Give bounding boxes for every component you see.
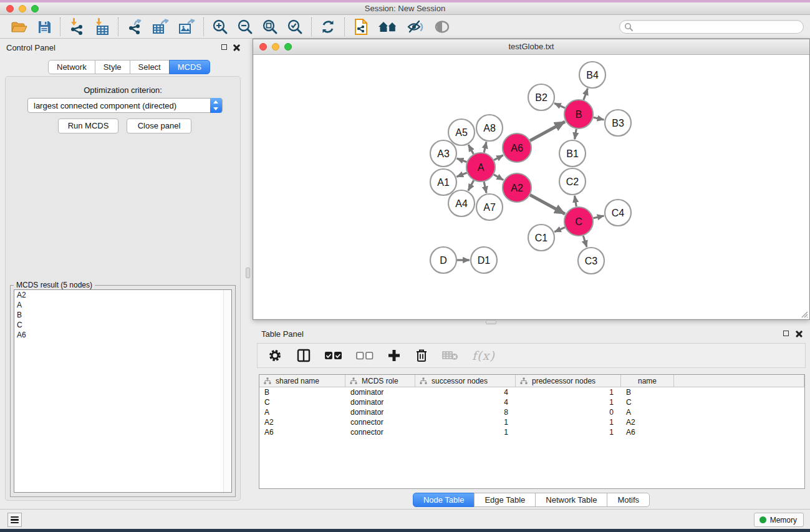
graph-node-A5[interactable]: A5 [448,119,475,145]
graph-node-B2[interactable]: B2 [528,84,554,110]
graph-node-A1[interactable]: A1 [430,169,456,195]
criterion-dropdown[interactable]: largest connected component (directed) [27,98,223,113]
export-table-icon[interactable] [147,17,173,37]
birdseye-icon[interactable] [430,17,455,37]
task-history-icon[interactable] [7,513,22,527]
memory-button[interactable]: Memory [754,513,804,527]
tab-edge-table[interactable]: Edge Table [474,493,536,507]
graph-edge-A-A7[interactable] [484,181,486,193]
graph-edge-A-A1[interactable] [456,173,466,177]
graph-node-D1[interactable]: D1 [471,247,497,273]
table-cell[interactable]: A2 [259,417,345,427]
table-cell[interactable]: 1 [516,427,621,437]
mcds-result-item[interactable]: B [14,310,231,320]
add-column-icon[interactable] [387,349,401,362]
graph-node-A3[interactable]: A3 [430,140,456,167]
table-cell[interactable]: 1 [415,427,516,437]
table-cell[interactable]: C [621,397,674,407]
table-row[interactable]: Adominator80A [259,407,804,417]
float-panel-icon[interactable] [221,44,227,50]
mcds-result-item[interactable]: A6 [14,330,231,340]
table-cell[interactable]: 4 [415,387,516,397]
delete-table-icon[interactable] [442,350,458,361]
home-icon[interactable] [374,17,402,37]
zoom-fit-icon[interactable] [258,17,282,37]
table-cell[interactable]: B [621,387,674,397]
close-panel-button[interactable]: Close panel [127,118,191,133]
graph-node-D[interactable]: D [430,247,456,273]
table-cell[interactable]: 0 [516,407,621,417]
save-session-icon[interactable] [32,17,56,37]
refresh-icon[interactable] [316,17,340,37]
graph-edge-A-A8[interactable] [484,142,486,152]
split-columns-icon[interactable] [296,348,311,363]
column-header-name[interactable]: name [621,375,674,387]
graph-edge-A6-B[interactable] [530,122,565,141]
close-table-panel-icon[interactable] [796,330,803,337]
table-cell[interactable]: 4 [415,397,516,407]
graph-node-A6[interactable]: A6 [503,133,531,162]
table-cell[interactable]: 8 [415,407,516,417]
graph-edge-B-B4[interactable] [584,89,588,100]
table-cell[interactable]: A [259,407,345,417]
graph-edge-A-A4[interactable] [468,180,474,191]
tab-select[interactable]: Select [130,60,170,74]
graph-edge-C-C2[interactable] [575,196,577,207]
vertical-splitter-handle[interactable] [246,268,250,278]
graph-edge-C-C4[interactable] [593,216,604,218]
zoom-selected-icon[interactable] [282,17,307,37]
column-header-MCDS-role[interactable]: MCDS role [345,375,415,387]
graph-node-B4[interactable]: B4 [579,62,605,88]
table-cell[interactable]: dominator [345,397,415,407]
graph-edge-B-B2[interactable] [554,103,565,108]
graph-node-C[interactable]: C [564,207,593,236]
table-row[interactable]: Bdominator41B [259,387,804,397]
float-table-panel-icon[interactable] [783,331,789,336]
close-network-window-button[interactable] [259,43,267,51]
zoom-network-window-button[interactable] [284,43,292,51]
minimize-window-button[interactable] [19,5,26,12]
graph-edge-A-A3[interactable] [457,158,467,162]
table-cell[interactable]: dominator [345,407,415,417]
table-cell[interactable]: C [259,397,345,407]
network-from-file-icon[interactable] [349,17,374,37]
tab-node-table[interactable]: Node Table [413,493,475,507]
tab-mcds[interactable]: MCDS [169,60,210,74]
tab-style[interactable]: Style [95,60,130,74]
network-canvas[interactable]: B4B2BB3A5A8A6A3AB1A1A4A7A2C2CC4C1C3DD1 [254,55,809,319]
table-cell[interactable]: 1 [516,387,621,397]
select-all-checkboxes-icon[interactable] [325,351,342,360]
graph-node-C1[interactable]: C1 [528,225,554,251]
graph-node-B1[interactable]: B1 [559,140,586,167]
tab-network-table[interactable]: Network Table [535,493,607,507]
graph-edge-C-C3[interactable] [583,236,587,247]
gear-icon[interactable] [268,348,282,363]
close-panel-icon[interactable] [233,44,240,51]
deselect-all-checkboxes-icon[interactable] [356,351,374,360]
graph-edge-B-B1[interactable] [575,129,577,140]
tab-motifs[interactable]: Motifs [607,493,650,507]
table-cell[interactable]: A6 [259,427,345,437]
table-cell[interactable]: B [259,387,345,397]
table-cell[interactable]: connector [345,427,415,437]
graph-node-C2[interactable]: C2 [559,168,586,195]
dropdown-stepper-icon[interactable] [210,98,222,113]
search-input[interactable] [619,20,804,34]
zoom-window-button[interactable] [31,5,39,12]
table-cell[interactable]: connector [345,417,415,427]
table-cell[interactable]: A [621,407,674,417]
network-graph[interactable]: B4B2BB3A5A8A6A3AB1A1A4A7A2C2CC4C1C3DD1 [254,55,809,319]
graph-node-A2[interactable]: A2 [503,173,531,202]
graph-node-A[interactable]: A [466,153,495,181]
graph-node-B[interactable]: B [564,100,593,128]
import-table-icon[interactable] [89,17,114,37]
function-builder-icon[interactable]: f(x) [472,349,495,362]
close-window-button[interactable] [6,5,14,12]
graph-node-A7[interactable]: A7 [476,194,503,220]
list-scrollbar[interactable] [223,290,231,492]
graph-edge-A2-C[interactable] [530,195,565,214]
table-row[interactable]: A2connector11A2 [259,417,804,427]
mcds-result-item[interactable]: C [14,320,231,330]
graph-node-B3[interactable]: B3 [605,110,631,136]
graph-edge-B-B3[interactable] [593,117,604,120]
